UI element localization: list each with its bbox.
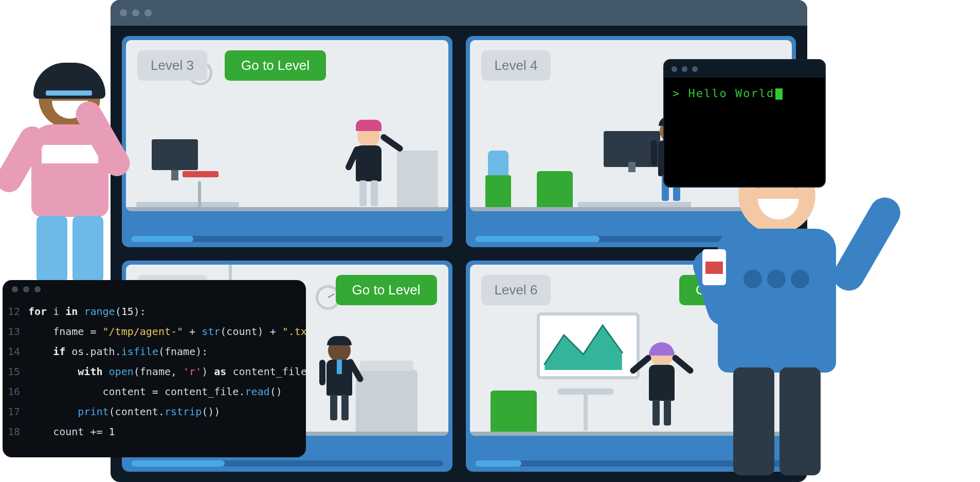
desk-icon	[136, 202, 239, 207]
level-progress	[131, 460, 443, 467]
chair-pole-icon	[198, 181, 201, 207]
go-to-level-button[interactable]: Go to Level	[225, 50, 326, 81]
level-label: Level 3	[137, 50, 207, 81]
coffee-cup-icon	[702, 249, 726, 285]
terminal-body: > Hello World	[664, 78, 825, 109]
traffic-light-dot	[144, 9, 152, 16]
level-label: Level 6	[481, 275, 551, 305]
go-to-level-button[interactable]: Go to Level	[336, 275, 437, 305]
app-titlebar	[111, 0, 807, 26]
person-icon	[351, 125, 387, 207]
monitor-icon	[152, 139, 198, 170]
traffic-light-dot	[120, 9, 127, 16]
terminal-window: > Hello World	[663, 59, 826, 188]
terminal-line: > Hello World	[673, 87, 774, 100]
character-illustration-left	[3, 67, 131, 293]
floor-icon	[126, 207, 448, 211]
traffic-light-dot	[692, 66, 698, 72]
water-cooler-icon	[485, 151, 511, 207]
terminal-titlebar	[664, 60, 825, 78]
person-icon	[645, 344, 679, 432]
green-chair-icon	[537, 171, 573, 207]
traffic-light-dot	[672, 66, 677, 72]
editor-body: 12 13 14 15 16 17 18 for i in range(15):…	[3, 299, 306, 442]
code-content: for i in range(15): fname = "/tmp/agent-…	[28, 302, 306, 442]
copier-icon	[356, 370, 418, 432]
chair-icon	[183, 171, 219, 177]
traffic-light-dot	[12, 286, 18, 292]
level-progress	[131, 236, 443, 242]
traffic-light-dot	[23, 286, 29, 292]
code-editor-window: 12 13 14 15 16 17 18 for i in range(15):…	[3, 280, 306, 457]
cursor-icon	[775, 88, 783, 100]
level-card-3[interactable]: Level 3 Go to Level	[122, 36, 452, 247]
editor-titlebar	[3, 280, 306, 299]
svg-marker-0	[545, 326, 622, 370]
traffic-light-dot	[34, 286, 41, 292]
character-illustration-right	[697, 152, 862, 475]
traffic-light-dot	[132, 9, 139, 16]
line-gutter: 12 13 14 15 16 17 18	[8, 302, 28, 442]
table-icon	[557, 388, 614, 395]
green-chair-icon	[491, 391, 537, 432]
chart-screen-icon	[537, 312, 640, 379]
person-icon	[321, 339, 357, 432]
traffic-light-dot	[682, 66, 687, 72]
level-label: Level 4	[481, 50, 551, 81]
cabinet-icon	[397, 151, 438, 207]
